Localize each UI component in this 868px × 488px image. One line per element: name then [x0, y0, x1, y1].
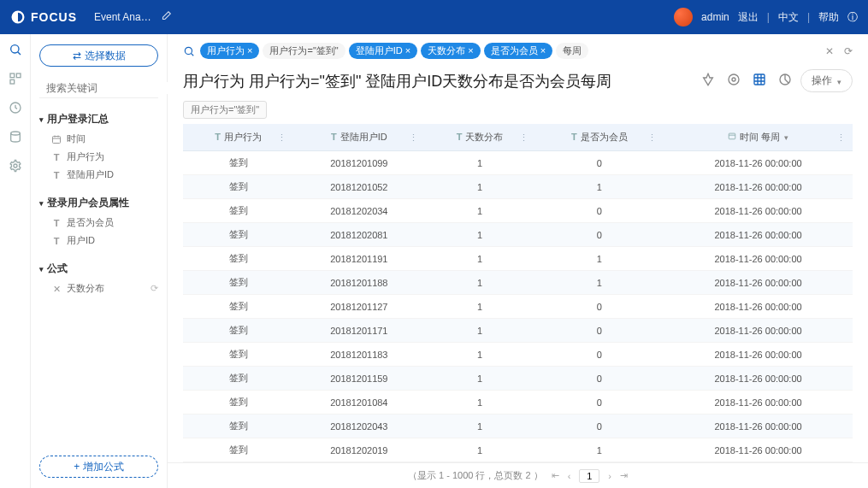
table-row[interactable]: 签到20181201191112018-11-26 00:00:00	[183, 247, 853, 271]
left-rail	[0, 34, 31, 488]
clear-icon[interactable]: ✕	[825, 45, 834, 57]
column-menu-icon[interactable]: ⋮	[409, 132, 418, 143]
query-pill[interactable]: 每周	[556, 43, 588, 59]
chart-view-icon[interactable]	[778, 73, 792, 89]
query-pill[interactable]: 是否为会员 ×	[484, 43, 552, 59]
operation-button[interactable]: 操作	[800, 69, 853, 92]
table-cell: 2018-11-26 00:00:00	[664, 247, 853, 271]
table-row[interactable]: 签到20181202034102018-11-26 00:00:00	[183, 199, 853, 223]
table-row[interactable]: 签到20181201171102018-11-26 00:00:00	[183, 319, 853, 343]
logout-link[interactable]: 退出	[738, 10, 759, 25]
table-cell: 1	[425, 247, 535, 271]
column-menu-icon[interactable]: ⋮	[836, 132, 846, 143]
table-row[interactable]: 签到20181201159102018-11-26 00:00:00	[183, 367, 853, 391]
table-row[interactable]: 签到20181201052112018-11-26 00:00:00	[183, 175, 853, 199]
table-row[interactable]: 签到20181202043102018-11-26 00:00:00	[183, 415, 853, 438]
query-pill[interactable]: 登陆用户ID ×	[349, 43, 417, 59]
config-icon[interactable]	[727, 73, 741, 89]
table-cell: 1	[425, 223, 535, 247]
choose-data-label: 选择数据	[85, 49, 126, 63]
svg-point-6	[14, 164, 17, 168]
tree-item[interactable]: T用户行为	[39, 148, 158, 166]
table-cell: 1	[425, 271, 535, 295]
text-icon: T	[51, 152, 62, 162]
table-cell: 签到	[183, 247, 293, 271]
column-header[interactable]: T天数分布⋮	[425, 124, 535, 151]
tree-group-header[interactable]: ▾登录用户会员属性	[39, 192, 158, 214]
column-header[interactable]: 时间 每周 ⋮	[664, 124, 853, 151]
help-link[interactable]: 帮助	[818, 10, 839, 25]
column-menu-icon[interactable]: ⋮	[519, 132, 528, 143]
svg-point-5	[10, 132, 20, 135]
table-view-icon[interactable]	[753, 73, 766, 89]
query-pill[interactable]: 用户行为="签到"	[263, 43, 345, 59]
query-search-icon[interactable]	[183, 45, 195, 57]
table-row[interactable]: 签到20181202019112018-11-26 00:00:00	[183, 438, 853, 462]
table-row[interactable]: 签到20181201084102018-11-26 00:00:00	[183, 391, 853, 415]
add-formula-label: + 增加公式	[74, 460, 123, 474]
tree-item[interactable]: ✕天数分布⟳	[39, 279, 158, 297]
table-row[interactable]: 签到20181201183102018-11-26 00:00:00	[183, 343, 853, 367]
column-menu-icon[interactable]: ⋮	[647, 132, 657, 143]
column-label: 是否为会员	[581, 132, 628, 142]
history-icon[interactable]	[9, 101, 22, 115]
edit-icon[interactable]	[160, 10, 172, 25]
column-header[interactable]: T登陆用户ID⋮	[293, 124, 424, 151]
table-cell: 签到	[183, 367, 293, 391]
query-pill[interactable]: 天数分布 ×	[421, 43, 480, 59]
tree-item-label: 登陆用户ID	[67, 168, 114, 181]
pager-first-icon[interactable]: ⇤	[552, 470, 559, 481]
pagination: （显示 1 - 1000 行，总页数 2 ） ⇤ ‹ › ⇥	[168, 462, 868, 488]
tree-item[interactable]: T登陆用户ID	[39, 166, 158, 184]
pager-prev-icon[interactable]: ‹	[568, 471, 571, 481]
table-cell: 1	[425, 319, 535, 343]
tree-group-header[interactable]: ▾用户登录汇总	[39, 109, 158, 130]
table-cell: 20181201171	[293, 319, 424, 343]
sidebar-search[interactable]	[39, 79, 158, 98]
user-name[interactable]: admin	[701, 11, 729, 23]
lang-link[interactable]: 中文	[778, 10, 799, 25]
query-pill[interactable]: 用户行为 ×	[200, 43, 259, 59]
table-cell: 签到	[183, 415, 293, 438]
table-row[interactable]: 签到20181201127102018-11-26 00:00:00	[183, 295, 853, 319]
sidebar-search-input[interactable]	[46, 82, 174, 94]
data-icon[interactable]	[9, 130, 22, 144]
column-menu-icon[interactable]: ⋮	[277, 132, 286, 143]
breadcrumb[interactable]: Event Ana…	[94, 11, 151, 23]
add-formula-button[interactable]: + 增加公式	[39, 456, 158, 478]
pin-icon[interactable]	[701, 73, 715, 89]
pager-next-icon[interactable]: ›	[608, 471, 611, 481]
tree-item[interactable]: 时间	[39, 130, 158, 148]
table-cell: 签到	[183, 175, 293, 199]
table-cell: 1	[425, 295, 535, 319]
filter-chip[interactable]: 用户行为="签到"	[183, 101, 267, 119]
tree-item[interactable]: T用户ID	[39, 232, 158, 250]
refresh-icon[interactable]: ⟳	[844, 45, 853, 57]
calendar-icon	[728, 132, 736, 140]
table-cell: 20181201127	[293, 295, 424, 319]
tree-group-header[interactable]: ▾公式	[39, 258, 158, 279]
pager-page-input[interactable]	[579, 469, 599, 483]
table-cell: 2018-11-26 00:00:00	[664, 415, 853, 438]
table-row[interactable]: 签到20181202081102018-11-26 00:00:00	[183, 223, 853, 247]
dashboard-icon[interactable]	[9, 72, 22, 85]
pager-last-icon[interactable]: ⇥	[620, 470, 628, 481]
table-cell: 20181201191	[293, 247, 424, 271]
search-icon[interactable]	[9, 43, 22, 56]
table-cell: 0	[535, 343, 664, 367]
formula-refresh-icon[interactable]: ⟳	[151, 283, 158, 294]
table-row[interactable]: 签到20181201188112018-11-26 00:00:00	[183, 271, 853, 295]
column-header[interactable]: T用户行为⋮	[183, 124, 293, 151]
table-cell: 0	[535, 391, 664, 415]
brand-logo[interactable]: FOCUS	[10, 9, 77, 25]
choose-data-button[interactable]: ⇄选择数据	[39, 44, 158, 67]
table-row[interactable]: 签到20181201099102018-11-26 00:00:00	[183, 151, 853, 175]
table-cell: 20181202034	[293, 199, 424, 223]
tree-item[interactable]: T是否为会员	[39, 214, 158, 232]
help-icon[interactable]: ⓘ	[847, 10, 858, 25]
column-header[interactable]: T是否为会员⋮	[535, 124, 664, 151]
text-icon: T	[215, 132, 221, 142]
avatar[interactable]	[674, 8, 693, 26]
svg-point-10	[732, 78, 735, 81]
settings-icon[interactable]	[9, 159, 22, 173]
